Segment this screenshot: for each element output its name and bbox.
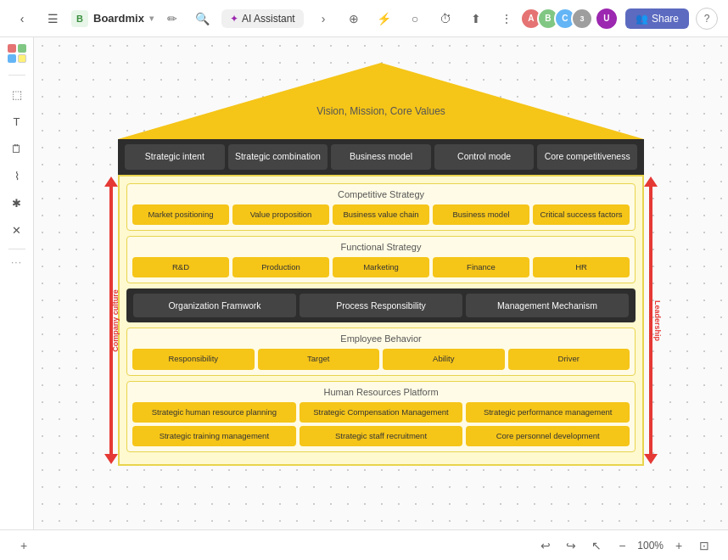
functional-item-5: HR <box>533 257 630 277</box>
add-icon[interactable]: ⊕ <box>342 7 366 31</box>
logo-icon: B <box>71 10 88 27</box>
mid-bar-item-2: Process Responsibility <box>300 294 462 317</box>
circle-icon[interactable]: ○ <box>403 7 427 31</box>
toolbar-left: ‹ ☰ B Boardmix ▾ ✏ 🔍 ✦ AI Assistant <box>10 7 305 31</box>
hr-platform-title: Human Resources Platform <box>132 387 630 397</box>
color-yellow[interactable] <box>18 54 26 63</box>
functional-strategy-items: R&D Production Marketing Finance HR <box>132 257 630 277</box>
pen-icon[interactable]: ✏ <box>160 7 184 31</box>
logo-dropdown-icon[interactable]: ▾ <box>149 14 154 23</box>
zoom-out-button[interactable]: − <box>612 535 632 556</box>
text-tool[interactable]: T <box>5 109 29 133</box>
canvas[interactable]: Vision, Mission, Core Values Strategic i… <box>34 37 728 529</box>
employee-item-2: Target <box>258 349 380 369</box>
hr-item-3: Strategic performance management <box>466 402 630 423</box>
mid-bar-item-1: Organization Framwork <box>133 294 296 317</box>
right-arrow-head-bottom <box>644 454 658 464</box>
share-button[interactable]: 👥 Share <box>625 8 689 29</box>
search-icon[interactable]: 🔍 <box>191 7 215 31</box>
upload-icon[interactable]: ⬆ <box>464 7 488 31</box>
logo-label: Boardmix <box>93 12 144 25</box>
zoom-in-button[interactable]: + <box>669 535 689 556</box>
roof-area: Vision, Mission, Core Values <box>118 63 644 139</box>
hr-row2: Strategic training management Strategic … <box>132 426 630 446</box>
timer-icon[interactable]: ⏱ <box>434 7 457 31</box>
color-green[interactable] <box>18 44 26 53</box>
hr-item-1: Strategic human resource planning <box>132 402 296 423</box>
undo-button[interactable]: ↩ <box>535 535 556 556</box>
divider-2 <box>8 249 25 249</box>
left-arrow: Company culture <box>104 176 118 465</box>
redo-button[interactable]: ↪ <box>561 535 581 556</box>
left-sidebar: ⬚ T 🗒 ⌇ ✱ ✕ ··· <box>0 37 34 529</box>
help-button[interactable]: ? <box>696 8 718 30</box>
bottom-toolbar: + ↩ ↪ ↖ − 100% + ⊡ <box>0 529 728 560</box>
fit-button[interactable]: ⊡ <box>694 535 714 556</box>
ai-label: AI Assistant <box>242 13 295 25</box>
top-toolbar: ‹ ☰ B Boardmix ▾ ✏ 🔍 ✦ AI Assistant › ⊕ … <box>0 0 728 37</box>
functional-strategy-section: Functional Strategy R&D Production Marke… <box>126 236 636 283</box>
zoom-area: ↩ ↪ ↖ − 100% + ⊡ <box>535 535 714 556</box>
competitive-strategy-items: Market positioning Value proposition Bus… <box>132 204 630 225</box>
lightning-icon[interactable]: ⚡ <box>372 7 396 31</box>
competitive-item-1: Market positioning <box>132 204 229 225</box>
functional-item-1: R&D <box>132 257 229 277</box>
top-bar-item-2: Strategic combination <box>228 144 328 170</box>
select-tool[interactable]: ⬚ <box>5 82 29 106</box>
add-canvas-button[interactable]: + <box>14 535 34 556</box>
right-arrow: Leadership <box>644 176 658 465</box>
hr-platform-section: Human Resources Platform Strategic human… <box>126 381 636 453</box>
cursor-button[interactable]: ↖ <box>586 535 607 556</box>
employee-behavior-items: Responsibility Target Ability Driver <box>132 349 630 369</box>
hr-item-4: Strategic training management <box>132 426 296 446</box>
competitive-item-3: Business value chain <box>333 204 429 225</box>
color-palette <box>8 44 26 63</box>
toolbar-right: › ⊕ ⚡ ○ ⏱ ⬆ ⋮ A B C 3 U 👥 Share ? <box>311 7 718 31</box>
top-bar-item-4: Control mode <box>434 144 535 170</box>
color-red[interactable] <box>8 44 16 53</box>
left-arrow-label: Company culture <box>111 289 120 352</box>
more-tools[interactable]: ··· <box>11 256 22 268</box>
connector-tool[interactable]: ⌇ <box>5 164 29 188</box>
hr-item-2: Strategic Compensation Management <box>300 402 463 423</box>
user-avatar[interactable]: U <box>595 7 619 31</box>
diagram: Vision, Mission, Core Values Strategic i… <box>118 63 644 466</box>
hr-row1: Strategic human resource planning Strate… <box>132 402 630 423</box>
note-tool[interactable]: 🗒 <box>5 137 29 160</box>
employee-item-3: Ability <box>383 349 505 369</box>
left-arrow-head-bottom <box>104 454 118 464</box>
functional-item-4: Finance <box>433 257 529 277</box>
employee-item-4: Driver <box>508 349 630 369</box>
ai-star-icon: ✦ <box>230 13 238 25</box>
competitive-item-2: Value proposition <box>232 204 329 225</box>
employee-behavior-title: Employee Behavior <box>132 333 630 344</box>
ai-assistant-button[interactable]: ✦ AI Assistant <box>221 9 304 28</box>
share-label: Share <box>652 13 679 25</box>
mid-bar: Organization Framwork Process Responsibi… <box>126 288 636 322</box>
top-bar-item-3: Business model <box>331 144 431 170</box>
competitive-item-5: Critical success factors <box>533 204 630 225</box>
menu-button[interactable]: ☰ <box>41 7 64 31</box>
eraser-tool[interactable]: ✕ <box>5 218 29 242</box>
top-bar: Strategic intent Strategic combination B… <box>118 139 644 175</box>
forward-icon[interactable]: › <box>311 7 335 31</box>
more-icon[interactable]: ⋮ <box>495 7 518 31</box>
color-blue[interactable] <box>8 54 16 63</box>
top-bar-item-5: Core competitiveness <box>537 144 637 170</box>
back-button[interactable]: ‹ <box>10 7 34 31</box>
avatar-count: 3 <box>571 8 593 30</box>
employee-behavior-section: Employee Behavior Responsibility Target … <box>126 328 636 375</box>
functional-item-3: Marketing <box>333 257 429 277</box>
functional-item-2: Production <box>232 257 329 277</box>
brush-tool[interactable]: ✱ <box>5 191 29 215</box>
top-bar-item-1: Strategic intent <box>125 144 225 170</box>
diagram-body: Company culture Leadership Competitive S… <box>118 175 644 467</box>
competitive-item-4: Business model <box>433 204 529 225</box>
employee-item-1: Responsibility <box>132 349 255 369</box>
logo-area[interactable]: B Boardmix ▾ <box>71 10 154 27</box>
competitive-strategy-title: Competitive Strategy <box>132 189 630 199</box>
zoom-level[interactable]: 100% <box>637 540 664 552</box>
main-area: ⬚ T 🗒 ⌇ ✱ ✕ ··· Vision, Mission, Core Va… <box>0 37 728 529</box>
roof-triangle <box>118 63 644 139</box>
share-icon: 👥 <box>636 13 648 25</box>
